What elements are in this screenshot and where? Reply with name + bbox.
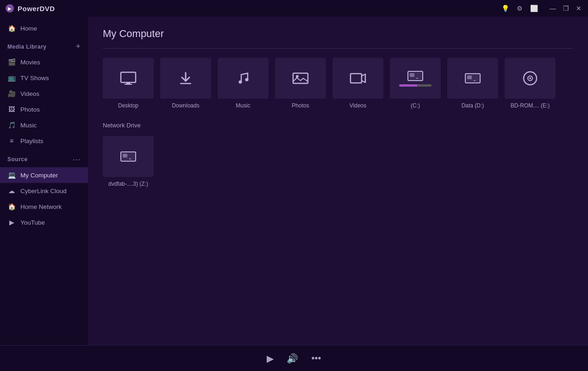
home-icon: 🏠 xyxy=(7,25,16,32)
music-box xyxy=(218,58,269,99)
sidebar-photos-container: 🖼 Photos xyxy=(0,101,88,117)
drive-c-box xyxy=(390,58,441,99)
settings-icon[interactable]: ⚙ xyxy=(517,5,523,12)
lightbulb-icon[interactable]: 💡 xyxy=(501,5,509,12)
network-z-label: dvdfab-....3) (Z:) xyxy=(108,181,148,187)
grid-item-data-d[interactable]: Data (D:) xyxy=(447,58,498,109)
app-title: PowerDVD xyxy=(18,5,55,13)
add-media-library-button[interactable]: + xyxy=(75,42,81,51)
sidebar-videos-label: Videos xyxy=(20,90,39,97)
svg-rect-6 xyxy=(293,73,308,83)
sidebar-media-library-section: Media Library + xyxy=(0,36,88,54)
downloads-label: Downloads xyxy=(172,102,199,109)
svg-rect-11 xyxy=(416,78,418,79)
data-d-box xyxy=(447,58,498,99)
svg-rect-14 xyxy=(474,80,475,81)
home-network-icon: 🏠 xyxy=(7,203,16,210)
playlists-icon: ≡ xyxy=(7,137,16,145)
grid-item-bd-rom[interactable]: BD-ROM.... (E:) xyxy=(505,58,556,109)
volume-button[interactable]: 🔊 xyxy=(287,353,298,364)
desktop-label: Desktop xyxy=(118,102,138,109)
grid-item-photos[interactable]: Photos xyxy=(275,58,326,109)
grid-item-desktop[interactable]: Desktop xyxy=(103,58,154,109)
sidebar-item-my-computer[interactable]: 💻 My Computer xyxy=(0,167,88,183)
grid-item-network-z[interactable]: dvdfab-....3) (Z:) xyxy=(103,136,154,187)
minimize-button[interactable]: — xyxy=(549,5,557,12)
sidebar-item-tv-shows[interactable]: 📺 TV Shows xyxy=(0,70,88,86)
sidebar-music-container: 🎵 Music xyxy=(0,117,88,133)
sidebar-cyberlink-cloud-label: CyberLink Cloud xyxy=(20,188,67,195)
sidebar-item-youtube[interactable]: ▶ YouTube xyxy=(0,214,88,230)
svg-rect-19 xyxy=(123,154,127,157)
app-logo: ▶ xyxy=(6,4,14,13)
sidebar-item-movies[interactable]: 🎬 Movies xyxy=(0,54,88,70)
titlebar: ▶ PowerDVD 💡 ⚙ ⬜ — ❐ ✕ xyxy=(0,0,588,17)
restore-button[interactable]: ❐ xyxy=(562,5,569,12)
network-drive-grid-row: dvdfab-....3) (Z:) xyxy=(103,136,573,187)
my-computer-icon: 💻 xyxy=(7,171,16,179)
movies-icon: 🎬 xyxy=(7,58,16,66)
svg-point-17 xyxy=(529,77,531,79)
main-grid-row: Desktop Downloads xyxy=(103,58,573,109)
youtube-icon: ▶ xyxy=(7,219,16,226)
desktop-box xyxy=(103,58,154,99)
sidebar-item-cyberlink-cloud[interactable]: ☁ CyberLink Cloud xyxy=(0,183,88,199)
svg-rect-13 xyxy=(467,75,472,79)
sidebar-playlists-container: ≡ Playlists xyxy=(0,133,88,149)
sidebar-youtube-label: YouTube xyxy=(20,219,45,226)
grid-item-videos[interactable]: Videos xyxy=(332,58,383,109)
more-button[interactable]: ••• xyxy=(311,353,321,364)
window-controls: — ❐ ✕ xyxy=(549,5,582,12)
grid-item-downloads[interactable]: Downloads xyxy=(160,58,211,109)
grid-item-music[interactable]: Music xyxy=(218,58,269,109)
videos-box xyxy=(332,58,383,99)
play-button[interactable]: ▶ xyxy=(267,353,274,364)
sidebar-item-music[interactable]: 🎵 Music xyxy=(0,117,88,133)
videos-label: Videos xyxy=(350,102,366,109)
sidebar-home-network-label: Home Network xyxy=(20,203,62,210)
close-button[interactable]: ✕ xyxy=(575,5,582,12)
svg-rect-2 xyxy=(125,84,132,85)
svg-point-4 xyxy=(239,81,242,84)
sidebar-item-videos[interactable]: 🎥 Videos xyxy=(0,86,88,101)
network-drive-section-label: Network Drive xyxy=(103,122,573,129)
sidebar-playlists-label: Playlists xyxy=(20,138,44,145)
sidebar-movies-label: Movies xyxy=(20,59,40,66)
bd-rom-label: BD-ROM.... (E:) xyxy=(511,102,550,109)
svg-rect-20 xyxy=(129,158,131,159)
sidebar-item-photos[interactable]: 🖼 Photos xyxy=(0,101,88,117)
content-header: My Computer xyxy=(88,17,588,58)
sidebar-videos-container: 🎥 Videos xyxy=(0,86,88,101)
titlebar-controls: 💡 ⚙ ⬜ — ❐ ✕ xyxy=(501,5,582,12)
content-divider xyxy=(103,48,573,49)
sidebar: 🏠 Home Media Library + 🎬 Movies 📺 TV Sho… xyxy=(0,17,88,345)
content-area: My Computer Desktop xyxy=(88,17,588,345)
bottom-bar: ▶ 🔊 ••• xyxy=(0,345,588,371)
sidebar-tvshows-container: 📺 TV Shows xyxy=(0,70,88,86)
sidebar-movies-container: 🎬 Movies xyxy=(0,54,88,70)
data-d-label: Data (D:) xyxy=(462,102,484,109)
svg-rect-0 xyxy=(121,72,136,82)
music-icon: 🎵 xyxy=(7,121,16,129)
sidebar-item-playlists[interactable]: ≡ Playlists xyxy=(0,133,88,149)
svg-rect-10 xyxy=(410,73,414,77)
sidebar-home-label: Home xyxy=(20,25,37,32)
content-body: Desktop Downloads xyxy=(88,58,588,345)
network-z-box xyxy=(103,136,154,177)
photos-icon: 🖼 xyxy=(7,106,16,113)
window-icon[interactable]: ⬜ xyxy=(530,5,538,12)
svg-point-5 xyxy=(245,78,249,82)
sidebar-music-label: Music xyxy=(20,122,37,129)
sidebar-item-home[interactable]: 🏠 Home xyxy=(0,20,88,36)
photos-box xyxy=(275,58,326,99)
svg-point-7 xyxy=(296,75,299,78)
svg-rect-8 xyxy=(350,74,362,83)
svg-rect-3 xyxy=(180,83,191,84)
downloads-box xyxy=(160,58,211,99)
source-more-icon[interactable]: ⋯ xyxy=(72,154,81,164)
sidebar-my-computer-label: My Computer xyxy=(20,172,58,179)
grid-item-drive-c[interactable]: (C:) xyxy=(390,58,441,109)
titlebar-left: ▶ PowerDVD xyxy=(6,4,55,13)
sidebar-item-home-network[interactable]: 🏠 Home Network xyxy=(0,199,88,214)
bd-rom-box xyxy=(505,58,556,99)
